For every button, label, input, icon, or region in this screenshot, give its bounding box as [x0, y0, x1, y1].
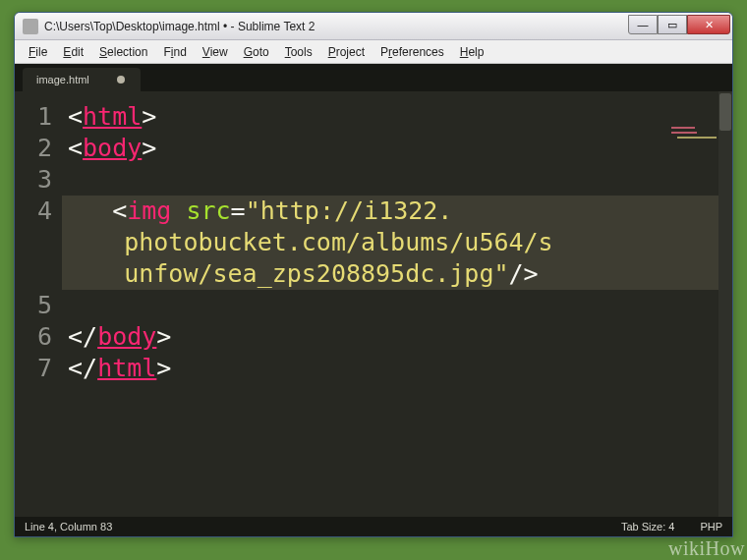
close-button[interactable]: ✕	[687, 15, 730, 34]
menu-goto[interactable]: Goto	[236, 42, 277, 62]
line-number: 7	[15, 353, 52, 384]
minimize-button[interactable]: —	[628, 15, 658, 34]
menubar: File Edit Selection Find View Goto Tools…	[15, 40, 732, 64]
line-number: 4	[15, 196, 52, 227]
vertical-scrollbar[interactable]	[718, 91, 732, 517]
minimap[interactable]	[671, 127, 718, 140]
cursor-position[interactable]: Line 4, Column 83	[25, 521, 112, 532]
window-title: C:\Users\Top\Desktop\image.html • - Subl…	[44, 20, 628, 33]
dirty-dot-icon	[117, 76, 125, 84]
watermark: wikiHow	[668, 537, 745, 560]
menu-find[interactable]: Find	[155, 42, 194, 62]
menu-preferences[interactable]: Preferences	[373, 42, 452, 62]
menu-help[interactable]: Help	[452, 42, 492, 62]
editor: image.html 1 2 3 4 5 6 7 <html> <body>	[15, 64, 732, 536]
menu-tools[interactable]: Tools	[277, 42, 320, 62]
line-number: 6	[15, 321, 52, 353]
code-content[interactable]: <html> <body> <img src="http://i1322. ph…	[62, 91, 732, 517]
line-number: 1	[15, 101, 52, 133]
scrollbar-thumb[interactable]	[719, 93, 731, 131]
line-number: 2	[15, 133, 52, 164]
menu-selection[interactable]: Selection	[91, 42, 155, 62]
menu-view[interactable]: View	[195, 42, 236, 62]
line-number: 5	[15, 290, 52, 321]
menu-project[interactable]: Project	[320, 42, 373, 62]
code-area[interactable]: 1 2 3 4 5 6 7 <html> <body> <img src="ht…	[15, 91, 732, 517]
line-number: 3	[15, 164, 52, 196]
tab-bar: image.html	[15, 64, 732, 91]
window-buttons: — ▭ ✕	[628, 15, 730, 34]
line-gutter: 1 2 3 4 5 6 7	[15, 91, 62, 517]
titlebar[interactable]: C:\Users\Top\Desktop\image.html • - Subl…	[15, 13, 732, 40]
menu-edit[interactable]: Edit	[55, 42, 91, 62]
menu-file[interactable]: File	[21, 42, 55, 62]
status-bar: Line 4, Column 83 Tab Size: 4 PHP	[15, 517, 732, 536]
app-icon	[23, 19, 38, 34]
tab-image-html[interactable]: image.html	[23, 68, 141, 91]
tab-label: image.html	[36, 74, 89, 85]
app-window: C:\Users\Top\Desktop\image.html • - Subl…	[14, 12, 733, 537]
maximize-button[interactable]: ▭	[658, 15, 687, 34]
tab-size[interactable]: Tab Size: 4	[621, 521, 674, 532]
syntax-mode[interactable]: PHP	[700, 521, 722, 532]
